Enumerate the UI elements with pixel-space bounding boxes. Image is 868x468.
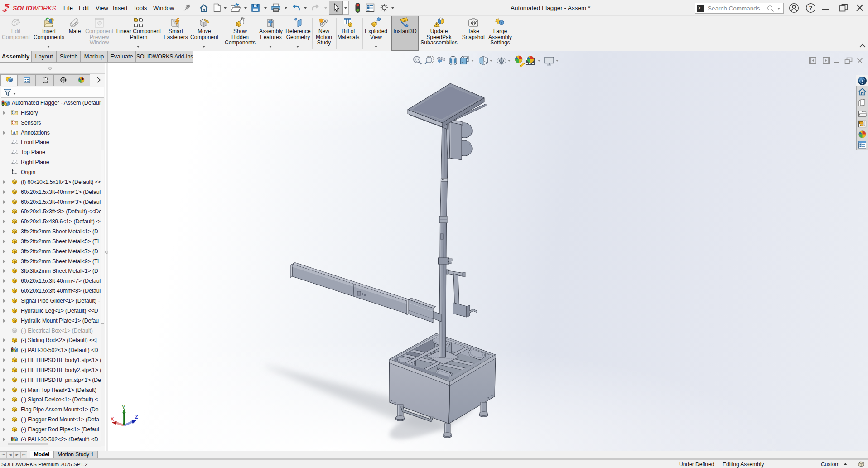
svg-text:A: A: [13, 130, 15, 135]
svg-text:?: ?: [809, 5, 813, 11]
svg-text:Z: Z: [135, 414, 138, 420]
svg-text:Y: Y: [122, 405, 125, 410]
svg-text:X: X: [111, 416, 114, 422]
